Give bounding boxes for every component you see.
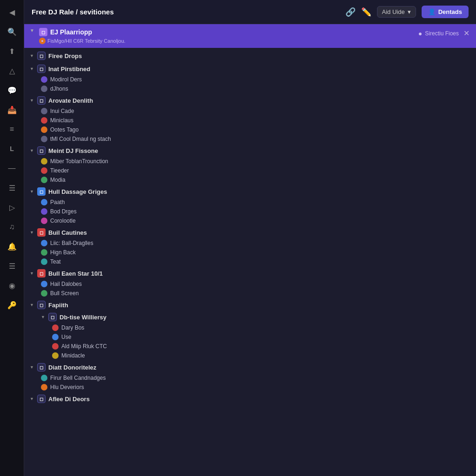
sidebar-icon-bell[interactable]: 🔔 — [4, 238, 20, 255]
tree-item[interactable]: Modia — [24, 175, 476, 185]
item-label: Paath — [50, 199, 65, 205]
sidebar-icon-l[interactable]: L — [4, 140, 20, 157]
tree-item[interactable]: Miber ToblanTrounction — [24, 157, 476, 166]
sidebar-icon-play[interactable]: ▷ — [4, 199, 20, 216]
sidebar-icon-key[interactable]: 🔑 — [4, 297, 20, 313]
item-label: Bod Drges — [50, 208, 77, 215]
dropdown-label: Aid Uide — [382, 8, 405, 15]
sidebar-icon-settings[interactable]: ◉ — [4, 277, 20, 294]
tree-item[interactable]: Ootes Tago — [24, 125, 476, 134]
item-label: Liic: Ball-Draglles — [50, 240, 93, 246]
section-header-s6[interactable]: ▼◻Buil Cautines — [24, 226, 476, 238]
section-header-s9[interactable]: ▼◻Diatt Donoritelez — [24, 361, 476, 373]
section-header-s5[interactable]: ▼◻Hull Dassage Griges — [24, 185, 476, 198]
section-header-s4[interactable]: ▼◻Meint DJ Fissone — [24, 145, 476, 157]
chevron-icon: ▼ — [30, 365, 34, 370]
item-label: Modirol Ders — [50, 76, 82, 83]
item-icon — [41, 208, 47, 215]
chevron-icon: ▼ — [30, 53, 34, 58]
section-label: Meint DJ Fissone — [48, 147, 98, 154]
sidebar-icon-music[interactable]: ♫ — [4, 218, 20, 235]
sidebar-icon-chat[interactable]: 💬 — [4, 82, 20, 99]
chevron-icon: ▼ — [30, 66, 34, 71]
item-icon — [52, 324, 59, 331]
item-label: Miniclaus — [50, 117, 73, 124]
tree-item[interactable]: Use — [24, 332, 476, 342]
item-label: Hlu Deveriors — [50, 384, 84, 390]
sidebar-icon-list[interactable]: ≡ — [4, 121, 20, 138]
item-icon — [41, 108, 47, 114]
tree-item[interactable]: Ald Miip Rluk CTC — [24, 342, 476, 351]
item-label: Ald Miip Rluk CTC — [61, 343, 107, 350]
section-header-s7[interactable]: ▼◻Bull Eaen Star 10/1 — [24, 267, 476, 279]
tree-section-s8: ▼◻Fapiith▼◻Db-tise WilliersyDary BosUseA… — [24, 299, 476, 360]
section-header-s1[interactable]: ▼◻Firee Drops — [24, 50, 476, 62]
item-icon — [41, 76, 47, 83]
user-icon: 👤 — [428, 8, 436, 15]
item-icon — [52, 343, 59, 350]
top-item-title: ◻ EJ Plaarriopp — [39, 28, 415, 36]
tree-item[interactable]: Paath — [24, 198, 476, 207]
chevron-down-icon: ▾ — [408, 8, 411, 15]
section-icon: ◻ — [37, 228, 46, 237]
tree-item[interactable]: Minidacle — [24, 351, 476, 360]
tree-item[interactable]: Modirol Ders — [24, 75, 476, 84]
item-label: Hail Dalobes — [50, 281, 82, 287]
link-icon[interactable]: 🔗 — [345, 7, 356, 17]
item-icon — [41, 375, 47, 381]
tree-item[interactable]: dJhons — [24, 84, 476, 93]
sidebar-icon-inbox[interactable]: 📥 — [4, 101, 20, 118]
tree-section-s3: ▼◻Arovate DenlithInui CadeMiniclausOotes… — [24, 94, 476, 144]
tree-item[interactable]: Firur Bell Candnadges — [24, 373, 476, 383]
sidebar-icon-menu[interactable]: ☰ — [4, 258, 20, 274]
tree-section-s5: ▼◻Hull Dassage GrigesPaathBod DrgesCorol… — [24, 185, 476, 225]
tree-item[interactable]: Bull Screen — [24, 289, 476, 298]
tree-section-s10: ▼◻Aflee Di Deors — [24, 393, 476, 405]
tree-item[interactable]: tMl Cool Dmaul ng stach — [24, 134, 476, 144]
section-icon: ◻ — [37, 96, 46, 105]
chevron-icon: ▼ — [30, 397, 34, 401]
aid-uide-dropdown[interactable]: Aid Uide ▾ — [377, 6, 416, 18]
close-icon[interactable]: ✕ — [463, 28, 470, 39]
tree-item[interactable]: Hlu Deveriors — [24, 383, 476, 392]
section-header-s8[interactable]: ▼◻Fapiith — [24, 299, 476, 311]
top-item-action[interactable]: ● Sirectiu Fioes — [418, 30, 459, 37]
edit-icon[interactable]: ✏️ — [361, 7, 371, 17]
back-button[interactable]: ◀ — [4, 4, 20, 20]
sidebar-icon-nav[interactable]: △ — [4, 62, 20, 79]
section-icon: ◻ — [37, 363, 46, 371]
section-label: Firee Drops — [48, 53, 82, 60]
chevron-toggle-icon[interactable]: ▼ — [30, 28, 34, 33]
section-header-s3[interactable]: ▼◻Arovate Denlith — [24, 94, 476, 106]
dentads-button[interactable]: 👤 Dentads — [422, 6, 469, 18]
tree-item[interactable]: Corolootle — [24, 216, 476, 225]
section-label: Diatt Donoritelez — [48, 364, 96, 371]
chevron-icon: ▼ — [41, 315, 46, 319]
item-icon — [41, 199, 47, 205]
section-header-s10[interactable]: ▼◻Aflee Di Deors — [24, 393, 476, 405]
sidebar-icon-grid[interactable]: ☰ — [4, 179, 20, 196]
sidebar-icon-upload[interactable]: ⬆ — [4, 43, 20, 60]
tree-section-s2: ▼◻Inat PirstibnedModirol DersdJhons — [24, 63, 476, 93]
tree-item[interactable]: Tieeder — [24, 166, 476, 175]
item-icon — [41, 126, 47, 133]
item-label: dJhons — [50, 86, 68, 92]
item-label: Inui Cade — [50, 108, 74, 114]
tree-section-s9: ▼◻Diatt DonoritelezFirur Bell Candnadges… — [24, 361, 476, 392]
item-icon — [41, 136, 47, 142]
chevron-icon: ▼ — [30, 303, 34, 307]
tree-item[interactable]: Teat — [24, 257, 476, 266]
item-icon — [52, 334, 59, 340]
tree-item[interactable]: Dary Bos — [24, 323, 476, 332]
sidebar-icon-search[interactable]: 🔍 — [4, 23, 20, 40]
tree-item[interactable]: Inui Cade — [24, 106, 476, 116]
top-highlighted-item[interactable]: ▼ ◻ EJ Plaarriopp ● FisMgo/HlI C6R Tebrs… — [24, 24, 476, 48]
tree-item[interactable]: Liic: Ball-Draglles — [24, 238, 476, 248]
tree-item[interactable]: Bod Drges — [24, 207, 476, 216]
sub-section-header[interactable]: ▼◻Db-tise Williersy — [24, 311, 476, 323]
tree-item[interactable]: Hign Back — [24, 248, 476, 257]
tree-item[interactable]: Hail Dalobes — [24, 279, 476, 289]
sidebar-icon-minus[interactable]: — — [4, 160, 20, 177]
tree-item[interactable]: Miniclaus — [24, 116, 476, 125]
section-header-s2[interactable]: ▼◻Inat Pirstibned — [24, 63, 476, 75]
